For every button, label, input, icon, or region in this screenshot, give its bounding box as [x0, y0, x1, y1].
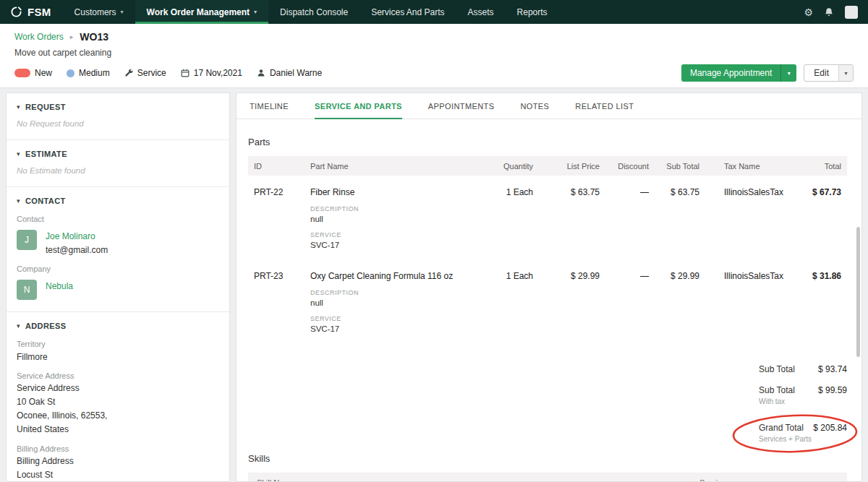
part-row: PRT-22 Fiber Rinse DESCRIPTION null SERV…: [248, 176, 847, 259]
contact-section-header[interactable]: ▾ CONTACT: [17, 197, 219, 205]
part-description-value: null: [310, 298, 487, 307]
skills-heading: Skills: [248, 453, 847, 464]
edit-button[interactable]: Edit ▾: [804, 64, 854, 82]
totals-block: Sub Total $ 93.74 Sub Total With tax $ 9…: [248, 353, 847, 443]
manage-appointment-dropdown[interactable]: ▾: [780, 64, 796, 82]
part-row: PRT-23 Oxy Carpet Cleaning Formula 116 o…: [248, 259, 847, 343]
nav-item-label: Reports: [517, 7, 548, 17]
contact-avatar: J: [17, 230, 37, 250]
nav-item-assets[interactable]: Assets: [456, 0, 506, 24]
breadcrumb-work-orders-link[interactable]: Work Orders: [14, 32, 64, 42]
priority-medium-dot-icon: [67, 69, 75, 77]
skills-table-header: Skill Name Service: [248, 473, 847, 482]
nav-item-label: Assets: [468, 7, 494, 17]
company-label: Company: [17, 264, 219, 273]
bell-icon[interactable]: [824, 7, 834, 17]
priority-label: Medium: [79, 68, 110, 78]
request-empty-text: No Request found: [17, 119, 219, 128]
status-new-pill-icon: [14, 69, 30, 77]
address-section: ▾ ADDRESS Territory Fillmore Service Add…: [7, 312, 229, 482]
subtotal-row: Sub Total $ 93.74: [759, 364, 847, 374]
edit-dropdown[interactable]: ▾: [838, 65, 853, 81]
contact-section: ▾ CONTACT Contact J Joe Molinaro test@gm…: [7, 187, 229, 312]
company-entry: N Nebula: [17, 280, 219, 300]
service-type-icon: [124, 69, 133, 77]
col-discount: Discount: [605, 162, 655, 171]
edit-label: Edit: [804, 65, 838, 81]
subtotal-with-tax-value: $ 99.59: [818, 385, 847, 405]
manage-appointment-button[interactable]: Manage Appointment ▾: [681, 64, 796, 82]
part-id: PRT-22: [248, 187, 305, 249]
part-description-label: DESCRIPTION: [310, 205, 487, 212]
chevron-down-icon: ▾: [788, 70, 791, 77]
scrollbar-thumb[interactable]: [856, 227, 860, 357]
work-order-meta-row: New Medium Service 17 Nov,2021: [14, 64, 854, 82]
nav-item-label: Services And Parts: [371, 7, 444, 17]
nav-item-customers[interactable]: Customers ▾: [63, 0, 135, 24]
subtotal-label: Sub Total: [759, 364, 795, 374]
request-section: ▾ REQUEST No Request found: [7, 93, 229, 140]
service-address-line: 10 Oak St: [17, 397, 219, 408]
app-brand-label: FSM: [27, 6, 51, 18]
subtotal-with-tax-label: Sub Total: [759, 385, 795, 395]
address-section-header[interactable]: ▾ ADDRESS: [17, 322, 219, 330]
grand-total-value: $ 205.84: [813, 423, 847, 443]
app-brand[interactable]: FSM: [7, 0, 63, 24]
part-list-price: $ 29.99: [539, 271, 605, 333]
date-label: 17 Nov,2021: [194, 68, 242, 78]
billing-address-line: Locust St: [17, 470, 219, 481]
col-skill-name: Skill Name: [248, 478, 691, 482]
date-badge: 17 Nov,2021: [181, 68, 242, 78]
contact-email: test@gmail.com: [46, 245, 108, 255]
contact-name-link[interactable]: Joe Molinaro: [46, 231, 108, 241]
nav-item-services-and-parts[interactable]: Services And Parts: [359, 0, 456, 24]
nav-item-label: Work Order Management: [147, 7, 250, 17]
request-section-header[interactable]: ▾ REQUEST: [17, 103, 219, 111]
col-quantity: Quantity: [493, 162, 539, 171]
nav-item-label: Dispatch Console: [280, 7, 348, 17]
work-order-summary: Move out carpet cleaning: [14, 48, 854, 58]
part-name: Oxy Carpet Cleaning Formula 116 oz: [310, 271, 487, 281]
part-total: $ 67.73: [804, 187, 847, 249]
content-area: ▾ REQUEST No Request found ▾ ESTIMATE No…: [0, 88, 868, 482]
part-service-label: SERVICE: [310, 315, 487, 322]
subtotal-value: $ 93.74: [818, 364, 847, 374]
gear-icon[interactable]: ⚙: [804, 7, 813, 17]
tab-timeline[interactable]: TIMELINE: [250, 93, 289, 119]
tab-related-list[interactable]: RELATED LIST: [575, 93, 634, 119]
part-service-value: SVC-17: [310, 241, 487, 249]
service-address-line: Oconee, Illinois, 62553,: [17, 410, 219, 421]
col-sub-total: Sub Total: [655, 162, 705, 171]
territory-label: Territory: [17, 340, 219, 348]
estimate-section-header[interactable]: ▾ ESTIMATE: [17, 150, 219, 158]
chevron-down-icon: ▾: [254, 9, 257, 15]
owner-label: Daniel Warne: [270, 68, 322, 78]
nav-item-work-order-management[interactable]: Work Order Management ▾: [135, 0, 269, 24]
work-order-main-panel: TIMELINE SERVICE AND PARTS APPOINTMENTS …: [236, 92, 862, 482]
section-title: ADDRESS: [25, 322, 67, 330]
part-name: Fiber Rinse: [310, 187, 487, 197]
fsm-logo-icon: [10, 6, 22, 18]
part-description-label: DESCRIPTION: [310, 289, 487, 296]
user-avatar[interactable]: [845, 6, 858, 19]
subtotal-with-tax-row: Sub Total With tax $ 99.59: [759, 385, 847, 405]
breadcrumb: Work Orders ▸ WO13: [14, 31, 854, 43]
parts-heading: Parts: [248, 137, 847, 147]
collapse-caret-icon: ▾: [17, 103, 20, 111]
contact-person: J Joe Molinaro test@gmail.com: [17, 230, 219, 255]
detail-tabs: TIMELINE SERVICE AND PARTS APPOINTMENTS …: [237, 93, 861, 119]
company-name-link[interactable]: Nebula: [46, 281, 73, 291]
nav-item-reports[interactable]: Reports: [506, 0, 559, 24]
section-title: CONTACT: [25, 197, 66, 205]
collapse-caret-icon: ▾: [17, 150, 20, 158]
tab-notes[interactable]: NOTES: [520, 93, 549, 119]
tab-service-and-parts[interactable]: SERVICE AND PARTS: [315, 93, 402, 119]
part-discount: —: [605, 271, 655, 333]
service-and-parts-body: Parts ID Part Name Quantity List Price D…: [237, 137, 861, 482]
part-spacer: [705, 271, 718, 333]
part-description-value: null: [310, 215, 487, 223]
nav-item-dispatch-console[interactable]: Dispatch Console: [268, 0, 359, 24]
part-tax-name: IllinoisSalesTax: [718, 187, 804, 249]
tab-appointments[interactable]: APPOINTMENTS: [428, 93, 495, 119]
header-actions: Manage Appointment ▾ Edit ▾: [681, 64, 854, 82]
